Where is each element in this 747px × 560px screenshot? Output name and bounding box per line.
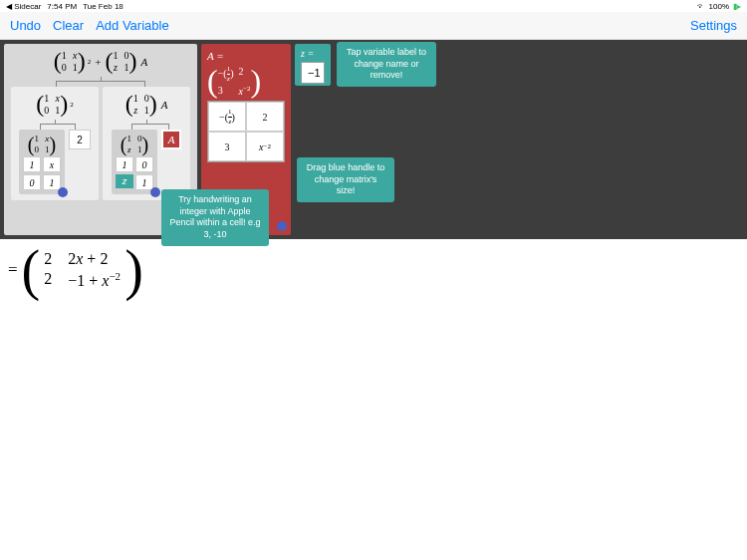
- exponent: 2: [70, 101, 74, 109]
- result-cell: −1 + x−2: [68, 270, 121, 290]
- add-variable-button[interactable]: Add Variable: [96, 18, 168, 33]
- var-A-label[interactable]: A =: [207, 50, 285, 62]
- var-z-label[interactable]: z =: [301, 48, 325, 59]
- exponent: 2: [88, 58, 92, 66]
- tree-connector: [117, 120, 176, 130]
- matrix-cell[interactable]: 1: [116, 156, 133, 172]
- result-cell: 2: [44, 270, 52, 290]
- result-expression: = ( 2 2x + 2 2 −1 + x−2 ): [0, 239, 747, 301]
- mat-cell: 0: [62, 62, 67, 73]
- disp-cell: x−2: [238, 85, 250, 97]
- mat-cell: z: [113, 62, 118, 73]
- settings-button[interactable]: Settings: [690, 18, 737, 33]
- var-A-ref: A: [161, 99, 168, 111]
- matrix-cell[interactable]: 1: [23, 156, 41, 172]
- editable-matrix: 1 0 z 1: [116, 156, 153, 190]
- matrix-sub-panel: ( 1 0 z 1 ) 1: [112, 130, 157, 194]
- clear-button[interactable]: Clear: [53, 18, 84, 33]
- mat-cell: 0: [35, 144, 40, 154]
- left-branch-header: ( 1 x 0 1 ) 2: [36, 93, 74, 116]
- battery-icon: ▮▸: [733, 2, 741, 11]
- mat-cell: 0: [44, 105, 49, 116]
- tooltip-drag-handle: Drag blue handle to change matrix's size…: [297, 157, 394, 202]
- matrix-cell[interactable]: x−2: [246, 132, 284, 161]
- equals-sign: =: [8, 260, 18, 280]
- right-branch-panel: ( 1 0 z 1 ) A: [103, 87, 190, 200]
- matrix-cell[interactable]: 0: [135, 156, 153, 172]
- mat-cell: z: [133, 105, 138, 116]
- tree-connector: [25, 120, 85, 130]
- matrix-cell[interactable]: −(1z): [208, 102, 246, 132]
- power-cell[interactable]: 2: [69, 130, 91, 149]
- disp-cell: −(1z): [218, 66, 234, 83]
- left-branch-panel: ( 1 x 0 1 ) 2: [11, 87, 99, 200]
- disp-cell: 3: [218, 85, 234, 97]
- result-cell: 2: [44, 250, 52, 268]
- matrix-cell[interactable]: 1: [43, 174, 61, 190]
- editable-matrix: 1 x 0 1: [23, 156, 61, 190]
- workspace: ( 1 x 0 1 ) 2 + ( 1 0 z 1 ): [0, 40, 747, 239]
- status-bar: ◀ Sidecar 7:54 PM Tue Feb 18 ᯤ 100% ▮▸: [0, 0, 747, 12]
- matrix-cell[interactable]: 3: [208, 132, 246, 161]
- tooltip-handwrite: Try handwriting an integer with Apple Pe…: [161, 189, 269, 246]
- right-branch-header: ( 1 0 z 1 ) A: [125, 93, 168, 116]
- matrix-cell[interactable]: x: [43, 156, 61, 172]
- matrix-cell[interactable]: 0: [23, 174, 41, 190]
- toolbar: Undo Clear Add Variable Settings: [0, 12, 747, 40]
- var-A-editable: −(1z) 2 3 x−2: [207, 101, 285, 162]
- undo-button[interactable]: Undo: [10, 18, 41, 33]
- matrix-cell[interactable]: 2: [246, 102, 284, 132]
- sidecar-back[interactable]: ◀ Sidecar: [6, 2, 41, 11]
- status-time: 7:54 PM: [47, 2, 77, 11]
- mat-cell: 1: [127, 134, 132, 143]
- resize-handle[interactable]: [58, 187, 68, 197]
- disp-cell: 2: [238, 66, 250, 83]
- mat-cell: 1: [62, 50, 67, 61]
- result-cell: 2x + 2: [68, 250, 121, 268]
- matrix-cell-var-z[interactable]: z: [116, 174, 133, 188]
- plus-op: +: [95, 56, 101, 68]
- tooltip-tap-variable: Tap variable label to change name or rem…: [337, 42, 436, 87]
- battery-pct: 100%: [709, 2, 729, 11]
- var-A-ref: A: [140, 56, 147, 68]
- top-expression: ( 1 x 0 1 ) 2 + ( 1 0 z 1 ): [54, 50, 147, 73]
- mat-cell: 1: [44, 93, 49, 104]
- tree-connector: [21, 77, 180, 87]
- var-z-value[interactable]: −1: [301, 62, 325, 84]
- var-A-display: ( −(1z) 2 3 x−2 ): [207, 66, 285, 97]
- status-date: Tue Feb 18: [83, 2, 124, 11]
- mat-cell: 1: [133, 93, 138, 104]
- variable-z-panel: z = −1: [295, 44, 331, 86]
- var-A-box[interactable]: A: [161, 130, 181, 149]
- wifi-icon: ᯤ: [697, 2, 705, 11]
- mat-cell: 1: [113, 50, 118, 61]
- mat-cell: z: [127, 144, 132, 154]
- matrix-sub-panel: ( 1 x 0 1 ) 1: [19, 130, 65, 194]
- resize-handle[interactable]: [150, 187, 160, 197]
- resize-handle[interactable]: [277, 221, 287, 231]
- mat-cell: 1: [35, 134, 40, 143]
- matrix-cell[interactable]: 1: [135, 174, 153, 190]
